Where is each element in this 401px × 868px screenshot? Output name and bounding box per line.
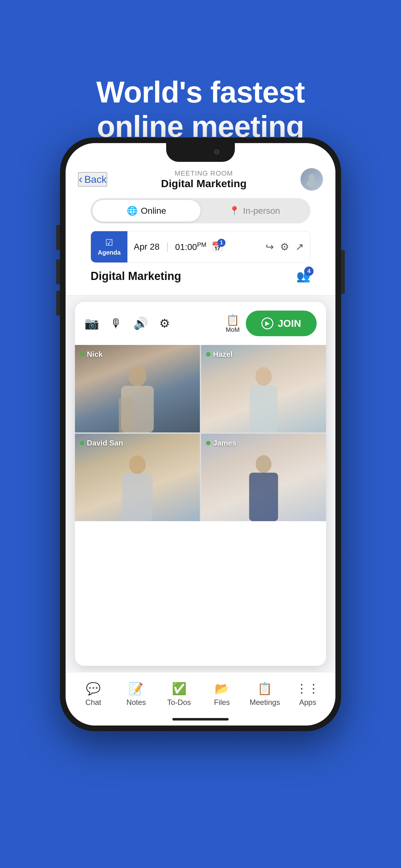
agenda-tab[interactable]: ☑ Agenda xyxy=(91,231,127,262)
james-silhouette xyxy=(226,451,301,521)
agenda-icon: ☑ xyxy=(105,238,113,248)
todos-label: To-Dos xyxy=(167,698,191,707)
video-cell-james: James xyxy=(201,434,326,521)
chevron-left-icon: ‹ xyxy=(79,173,82,186)
meeting-card: 📷 🎙 🔊 ⚙ 📋 MoM ▶ JOIN xyxy=(75,302,326,666)
header-meeting-title: Digital Marketing xyxy=(107,178,300,190)
david-online-dot xyxy=(80,441,84,445)
video-cell-hazel: Hazel xyxy=(201,345,326,432)
meeting-room-label: MEETING ROOM xyxy=(107,169,300,178)
mom-button[interactable]: 📋 MoM xyxy=(226,314,239,333)
agenda-time: 01:00PM xyxy=(175,241,206,252)
header-center: MEETING ROOM Digital Marketing xyxy=(107,169,300,190)
volume-down-button xyxy=(56,259,60,284)
nav-item-files[interactable]: 📂 Files xyxy=(206,682,238,707)
meeting-name: Digital Marketing xyxy=(91,270,181,283)
location-icon: 📍 xyxy=(229,206,240,216)
back-button[interactable]: ‹ Back xyxy=(78,172,107,187)
online-toggle-option[interactable]: 🌐 Online xyxy=(93,200,201,221)
svg-point-0 xyxy=(308,174,315,180)
share-icon[interactable]: ↪ xyxy=(265,241,274,253)
speaker-icon[interactable]: 🔊 xyxy=(133,316,148,330)
phone-screen: ‹ Back MEETING ROOM Digital Marketing xyxy=(66,143,335,725)
video-cell-nick: Nick xyxy=(75,345,200,432)
online-label: Online xyxy=(141,206,166,216)
james-online-dot xyxy=(206,441,210,445)
apps-icon: ⋮⋮ xyxy=(296,682,320,695)
agenda-actions: ↪ ⚙ ↗ xyxy=(265,241,310,253)
phone-frame: ‹ Back MEETING ROOM Digital Marketing xyxy=(60,137,341,731)
nick-name-label: Nick xyxy=(80,350,103,359)
chat-icon: 💬 xyxy=(86,682,101,695)
notes-icon: 📝 xyxy=(129,682,143,695)
phone-mockup: ‹ Back MEETING ROOM Digital Marketing xyxy=(60,137,341,825)
join-label: JOIN xyxy=(278,318,301,329)
mom-label: MoM xyxy=(226,326,239,333)
settings-meeting-icon[interactable]: ⚙ xyxy=(159,316,170,330)
hazel-name-label: Hazel xyxy=(206,350,233,359)
microphone-icon[interactable]: 🎙 xyxy=(110,317,122,330)
user-avatar[interactable] xyxy=(300,168,323,191)
notes-label: Notes xyxy=(127,698,146,707)
hazel-silhouette xyxy=(226,363,301,432)
globe-icon: 🌐 xyxy=(127,206,138,216)
camera xyxy=(214,149,219,154)
files-label: Files xyxy=(214,698,230,707)
nav-item-todos[interactable]: ✅ To-Dos xyxy=(163,682,195,707)
david-silhouette xyxy=(100,451,175,521)
chat-label: Chat xyxy=(85,698,101,707)
header-top-row: ‹ Back MEETING ROOM Digital Marketing xyxy=(78,168,323,191)
inperson-toggle-option[interactable]: 📍 In-person xyxy=(201,200,308,221)
nick-silhouette xyxy=(100,363,175,432)
inperson-label: In-person xyxy=(243,206,280,216)
screen-content: ‹ Back MEETING ROOM Digital Marketing xyxy=(66,143,335,725)
svg-point-7 xyxy=(129,455,146,474)
svg-rect-4 xyxy=(119,398,133,432)
controls-bar: 📷 🎙 🔊 ⚙ 📋 MoM ▶ JOIN xyxy=(75,302,326,345)
play-icon: ▶ xyxy=(261,317,273,329)
todos-icon: ✅ xyxy=(172,682,187,695)
video-grid: Nick Hazel xyxy=(75,345,326,521)
nav-item-apps[interactable]: ⋮⋮ Apps xyxy=(292,682,323,707)
files-icon: 📂 xyxy=(214,682,229,695)
participants-count: 4 xyxy=(304,267,313,276)
meeting-name-row: Digital Marketing 👥 4 xyxy=(78,264,323,289)
meetings-icon: 📋 xyxy=(257,682,272,695)
phone-notch xyxy=(166,143,235,162)
separator xyxy=(167,242,168,251)
silent-button xyxy=(56,290,60,316)
back-label: Back xyxy=(84,174,106,185)
nav-item-notes[interactable]: 📝 Notes xyxy=(121,682,152,707)
video-cell-david: David San xyxy=(75,434,200,521)
nick-online-dot xyxy=(80,352,84,356)
hazel-online-dot xyxy=(206,352,210,356)
agenda-label: Agenda xyxy=(98,249,121,256)
calendar-badge-wrapper[interactable]: 📅 1 xyxy=(211,241,223,252)
home-indicator xyxy=(66,713,335,725)
james-name-label: James xyxy=(206,439,236,447)
power-button xyxy=(341,250,345,294)
meetings-label: Meetings xyxy=(249,698,280,707)
svg-rect-6 xyxy=(249,385,278,432)
agenda-date: Apr 28 xyxy=(134,242,160,252)
svg-point-5 xyxy=(256,367,272,386)
svg-point-1 xyxy=(307,180,317,187)
notification-badge: 1 xyxy=(218,239,226,247)
agenda-info: Apr 28 01:00PM 📅 1 xyxy=(127,237,265,256)
home-bar xyxy=(172,718,229,720)
participants-group[interactable]: 👥 4 xyxy=(296,270,310,283)
join-button[interactable]: ▶ JOIN xyxy=(246,311,317,336)
david-name-label: David San xyxy=(80,439,123,447)
screen-header: ‹ Back MEETING ROOM Digital Marketing xyxy=(66,143,335,296)
nav-item-chat[interactable]: 💬 Chat xyxy=(78,682,109,707)
svg-rect-8 xyxy=(122,474,153,521)
volume-up-button xyxy=(56,225,60,250)
svg-point-9 xyxy=(256,455,272,473)
bottom-navigation: 💬 Chat 📝 Notes ✅ To-Dos 📂 Files xyxy=(66,672,335,713)
settings-icon[interactable]: ⚙ xyxy=(280,241,289,253)
camera-icon[interactable]: 📷 xyxy=(84,316,99,330)
nav-item-meetings[interactable]: 📋 Meetings xyxy=(249,682,280,707)
svg-point-2 xyxy=(129,367,146,386)
expand-icon[interactable]: ↗ xyxy=(295,241,304,253)
meeting-mode-toggle[interactable]: 🌐 Online 📍 In-person xyxy=(91,198,310,223)
